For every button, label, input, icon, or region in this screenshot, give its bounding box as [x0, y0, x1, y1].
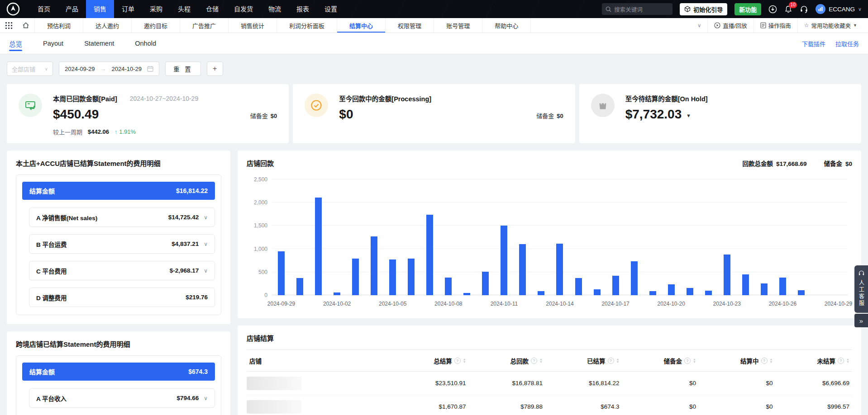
topbar-item[interactable]: 报表: [289, 0, 317, 18]
download-plugin-link[interactable]: 下载插件: [802, 39, 825, 48]
add-filter-button[interactable]: +: [207, 61, 223, 76]
bar[interactable]: [761, 283, 768, 295]
column-header[interactable]: 店铺: [247, 350, 392, 372]
bar[interactable]: [463, 293, 470, 295]
column-header[interactable]: 总回款?▲▼: [469, 350, 545, 372]
sort-icon[interactable]: ▲▼: [463, 358, 466, 363]
home-button[interactable]: [17, 18, 34, 33]
bar[interactable]: [482, 272, 489, 295]
statement-row[interactable]: A 净销售额(Net sales)$14,725.42∨: [29, 208, 215, 227]
bar[interactable]: [742, 274, 749, 295]
subnav-item[interactable]: 账号管理: [434, 18, 482, 33]
bar[interactable]: [445, 278, 452, 295]
subnav-item[interactable]: 预估利润: [34, 18, 83, 33]
topbar-item[interactable]: 采购: [142, 0, 170, 18]
guide-link[interactable]: 操作指南: [754, 18, 797, 33]
bar[interactable]: [798, 290, 805, 295]
topbar-item[interactable]: 物流: [261, 0, 289, 18]
init-guide-button[interactable]: 初始化引导: [680, 3, 727, 15]
bar[interactable]: [724, 255, 730, 295]
apps-grid-button[interactable]: [0, 18, 17, 33]
topbar-item[interactable]: 首页: [30, 0, 58, 18]
live-replay-link[interactable]: 直播/回放: [707, 18, 753, 33]
tab-Payout[interactable]: Payout: [43, 33, 63, 54]
bar[interactable]: [705, 291, 712, 295]
bar[interactable]: [296, 278, 303, 295]
chevron-down-icon[interactable]: ∨: [204, 241, 208, 247]
topbar-item[interactable]: 订单: [114, 0, 142, 18]
bar[interactable]: [687, 288, 693, 295]
date-range-picker[interactable]: 2024-09-29 → 2024-10-29: [59, 61, 159, 76]
search-input[interactable]: 搜索关键词: [602, 3, 672, 15]
table-row[interactable]: $1,670.87$789.88$674.3$0$0$996.57: [247, 395, 852, 415]
favorites-link[interactable]: ☆ 常用功能收藏夹 ▼: [797, 18, 863, 33]
help-icon[interactable]: ?: [684, 358, 691, 364]
help-icon[interactable]: ?: [454, 358, 461, 364]
chevron-down-icon[interactable]: ∨: [204, 395, 208, 401]
bar[interactable]: [612, 276, 619, 295]
sort-icon[interactable]: ▲▼: [616, 358, 620, 363]
customer-service-button[interactable]: 人工客服: [854, 265, 868, 313]
bar[interactable]: [668, 284, 675, 295]
bar[interactable]: [389, 259, 396, 295]
sort-icon[interactable]: ▲▼: [770, 358, 773, 363]
topbar-item[interactable]: 仓储: [198, 0, 226, 18]
bar[interactable]: [371, 236, 377, 295]
statement-row[interactable]: A 平台收入$794.66∨: [29, 388, 215, 408]
help-icon[interactable]: ?: [531, 358, 537, 364]
subnav-item[interactable]: 权限管理: [385, 18, 434, 33]
bar[interactable]: [501, 226, 507, 295]
bar[interactable]: [315, 198, 322, 295]
support-button[interactable]: [800, 5, 808, 14]
tab-总览[interactable]: 总览: [9, 33, 22, 54]
bar[interactable]: [426, 215, 433, 295]
bar[interactable]: [779, 278, 786, 295]
topbar-item[interactable]: 设置: [317, 0, 345, 18]
bar[interactable]: [519, 244, 526, 295]
user-menu[interactable]: ECCANG ∨: [816, 4, 862, 14]
column-header[interactable]: 未结算?▲▼: [775, 350, 852, 372]
help-icon[interactable]: ?: [608, 358, 614, 364]
bar[interactable]: [575, 278, 582, 295]
collapse-panel-button[interactable]: »: [854, 314, 868, 327]
sort-icon[interactable]: ▲▼: [693, 358, 696, 363]
bar[interactable]: [556, 244, 563, 295]
subnav-item[interactable]: 广告推广: [180, 18, 228, 33]
subnav-item[interactable]: 邀约目标: [131, 18, 180, 33]
bar[interactable]: [352, 259, 359, 295]
chevron-down-icon[interactable]: ∨: [204, 214, 208, 221]
download-button[interactable]: [768, 5, 777, 14]
column-header[interactable]: 总结算?▲▼: [392, 350, 468, 372]
chevron-down-icon[interactable]: ∨: [204, 268, 208, 274]
tab-Statement[interactable]: Statement: [84, 33, 114, 54]
column-header[interactable]: 储备金?▲▼: [622, 350, 699, 372]
subnav-item[interactable]: 帮助中心: [482, 18, 531, 33]
topbar-item[interactable]: 销售: [86, 0, 114, 18]
topbar-item[interactable]: 自发货: [226, 0, 261, 18]
subnav-item[interactable]: 销售统计: [228, 18, 277, 33]
subnav-item[interactable]: 利润分析面板: [277, 18, 337, 33]
statement-row[interactable]: B 平台运费$4,837.21∨: [29, 234, 215, 254]
statement-row[interactable]: D 调整费用$219.76: [29, 288, 215, 307]
bar[interactable]: [631, 261, 638, 295]
bar[interactable]: [594, 289, 601, 295]
statement-row[interactable]: C 平台费用$-2,968.17∨: [29, 261, 215, 280]
notification-button[interactable]: 10: [784, 5, 792, 14]
sort-icon[interactable]: ▲▼: [846, 358, 849, 363]
bar[interactable]: [408, 259, 415, 295]
new-feature-button[interactable]: 新功能: [734, 3, 761, 15]
reset-button[interactable]: 重 置: [165, 61, 201, 76]
bar[interactable]: [649, 291, 656, 295]
bar[interactable]: [278, 251, 285, 295]
tab-Onhold[interactable]: Onhold: [135, 33, 156, 54]
subnav-item[interactable]: 结算中心: [337, 18, 385, 33]
collapse-chevron-icon[interactable]: ∨: [691, 23, 707, 28]
help-icon[interactable]: ?: [761, 358, 768, 364]
bar[interactable]: [334, 292, 340, 295]
pull-task-link[interactable]: 拉取任务: [835, 39, 859, 48]
bar[interactable]: [538, 291, 544, 295]
sort-icon[interactable]: ▲▼: [539, 358, 543, 363]
help-icon[interactable]: ?: [838, 358, 844, 364]
subnav-item[interactable]: 达人邀约: [83, 18, 131, 33]
topbar-item[interactable]: 产品: [58, 0, 86, 18]
